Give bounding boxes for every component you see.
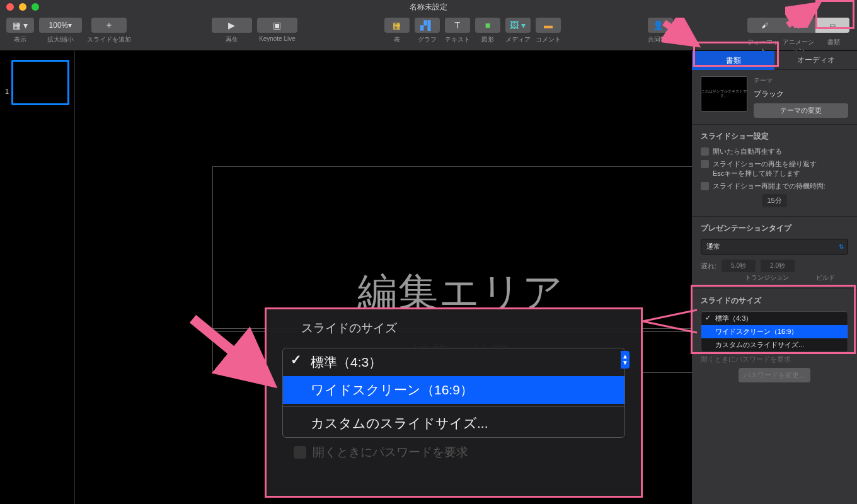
autoplay-label: 開いたら自動再生する <box>713 147 782 156</box>
text-label: テキスト <box>445 35 470 44</box>
media-label: メディア <box>505 35 531 44</box>
arrow-annotation-icon <box>785 0 823 28</box>
shape-button[interactable]: ■ <box>475 18 500 33</box>
svg-line-1 <box>788 5 817 25</box>
shape-label: 図形 <box>481 35 494 44</box>
theme-section: これはサンプルテキストです。 テーマ ブラック テーマの変更 <box>692 70 857 125</box>
tab-audio[interactable]: オーディオ <box>774 51 857 70</box>
connector-line-icon <box>641 309 698 334</box>
comment-label: コメント <box>536 35 561 44</box>
presentation-type-section: プレゼンテーションタイプ 通常⇅ 遅れ: 5.0秒 2.0秒 -- トランジショ… <box>692 217 857 289</box>
brush-icon: 🖌 <box>761 21 768 29</box>
add-slide-button[interactable]: ＋ <box>91 18 127 33</box>
option-widescreen[interactable]: ワイドスクリーン（16:9） <box>701 325 848 338</box>
zoom-heading: スライドのサイズ <box>301 320 625 336</box>
option-standard[interactable]: ✓標準（4:3） <box>701 312 848 325</box>
window-title: 名称未設定 <box>0 2 857 13</box>
autoplay-checkbox[interactable] <box>701 147 709 156</box>
tab-document[interactable]: 書類 <box>692 51 774 70</box>
zoom-option-custom[interactable]: カスタムのスライドサイズ... <box>283 410 624 437</box>
theme-name: ブラック <box>754 89 848 100</box>
zoom-label: 拡大/縮小 <box>47 35 74 44</box>
slideshow-heading: スライドショー設定 <box>701 131 848 142</box>
slideshow-section: スライドショー設定 開いたら自動再生する スライドショーの再生を繰り返す Esc… <box>692 125 857 217</box>
slide-thumbnail[interactable] <box>11 60 69 105</box>
play-button[interactable]: ▶ <box>212 18 252 33</box>
table-button[interactable]: ▦ <box>384 18 410 33</box>
title-placeholder[interactable]: 編集エリア <box>212 166 692 329</box>
loop-checkbox[interactable] <box>701 160 709 168</box>
delay-label: 遅れ: <box>701 261 716 271</box>
chart-button[interactable]: ▞▌ <box>415 18 440 33</box>
pres-type-heading: プレゼンテーションタイプ <box>701 223 848 234</box>
check-icon: ✓ <box>705 314 711 322</box>
keynote-live-label: Keynote Live <box>259 35 296 42</box>
slide-size-section: スライドのサイズ ✓標準（4:3） ワイドスクリーン（16:9） カスタムのスラ… <box>692 289 857 391</box>
table-label: 表 <box>394 35 400 44</box>
format-tab-button[interactable]: 🖌 <box>747 18 781 33</box>
build-label: ビルド <box>816 273 835 282</box>
play-label: 再生 <box>226 35 238 44</box>
media-button[interactable]: 🖼 ▾ <box>505 18 531 33</box>
check-icon: ✓ <box>290 352 302 367</box>
view-label: 表示 <box>14 35 26 44</box>
pres-type-select[interactable]: 通常⇅ <box>701 239 848 255</box>
zoom-menu: ▲▼ ✓標準（4:3） ワイドスクリーン（16:9） カスタムのスライドサイズ.… <box>282 348 625 438</box>
theme-thumbnail: これはサンプルテキストです。 <box>701 76 747 112</box>
arrow-annotation-icon <box>662 18 702 49</box>
menu-separator <box>283 406 624 407</box>
updown-icon: ⇅ <box>839 243 843 250</box>
password-row-obscured: 開くときにパスワードを要求 <box>701 355 848 364</box>
svg-line-3 <box>643 310 697 321</box>
change-password-button[interactable]: パスワードを変更... <box>739 368 810 382</box>
view-button[interactable]: ▦ ▾ <box>6 18 34 33</box>
idle-checkbox[interactable] <box>701 182 709 190</box>
document-icon: ▭ <box>829 21 836 30</box>
change-theme-button[interactable]: テーマの変更 <box>754 103 848 118</box>
slide-navigator: 1 <box>0 51 75 504</box>
transition-label: トランジション <box>745 273 789 282</box>
zoom-button[interactable]: 100% ▾ <box>39 18 82 33</box>
build-delay-field[interactable]: 2.0秒 <box>761 260 795 272</box>
idle-stepper[interactable]: 15分 <box>762 194 786 207</box>
loop-label: スライドショーの再生を繰り返す Escキーを押して終了します <box>713 159 817 178</box>
window-titlebar: 名称未設定 <box>0 0 857 14</box>
slide-size-menu: ✓標準（4:3） ワイドスクリーン（16:9） カスタムのスライドサイズ... <box>701 311 848 352</box>
idle-label: スライドショー再開までの待機時間: <box>713 181 825 190</box>
comment-button[interactable]: ▬ <box>536 18 561 33</box>
password-checkbox[interactable] <box>294 446 306 459</box>
toolbar: ▦ ▾ 表示 100% ▾ 拡大/縮小 ＋ スライドを追加 ▶ 再生 ▣ Key… <box>0 14 857 51</box>
svg-line-4 <box>643 321 697 333</box>
keynote-live-button[interactable]: ▣ <box>257 18 297 33</box>
chart-label: グラフ <box>418 35 437 44</box>
slide-size-heading: スライドのサイズ <box>701 295 848 306</box>
password-label: 開くときにパスワードを要求 <box>313 444 468 461</box>
zoom-option-standard[interactable]: ✓標準（4:3） <box>283 348 624 376</box>
inspector-panel: 書類 オーディオ これはサンプルテキストです。 テーマ ブラック テーマの変更 … <box>692 51 857 504</box>
arrow-annotation-icon <box>188 314 282 396</box>
zoom-option-widescreen[interactable]: ワイドスクリーン（16:9） <box>283 376 624 404</box>
zoom-slide-size-panel: スライドのサイズ ▲▼ ✓標準（4:3） ワイドスクリーン（16:9） カスタム… <box>265 307 643 496</box>
theme-label: テーマ <box>754 76 848 85</box>
option-custom[interactable]: カスタムのスライドサイズ... <box>701 338 848 352</box>
thumb-number: 1 <box>5 88 9 95</box>
svg-line-2 <box>193 319 270 382</box>
text-button[interactable]: T <box>445 18 470 33</box>
add-slide-label: スライドを追加 <box>87 35 131 44</box>
transition-delay-field[interactable]: 5.0秒 <box>722 260 756 272</box>
svg-line-0 <box>664 23 696 44</box>
zoom-password-row: 開くときにパスワードを要求 <box>282 444 625 461</box>
